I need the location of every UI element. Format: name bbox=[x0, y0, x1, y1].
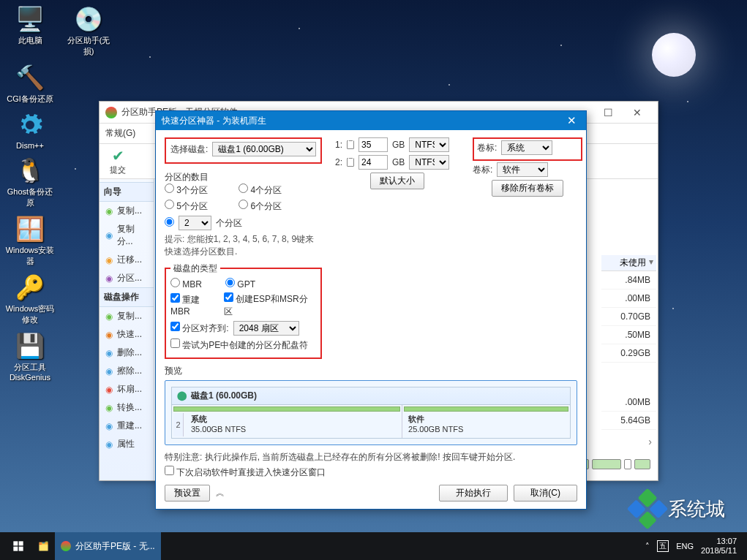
pc-icon: 🖥️ bbox=[15, 4, 45, 34]
lock-icon[interactable] bbox=[347, 158, 354, 167]
radio-mbr[interactable]: MBR bbox=[170, 278, 202, 290]
sort-icon[interactable]: ▾ bbox=[649, 257, 653, 269]
segment-system[interactable]: 2 系统35.00GB NTFS bbox=[172, 405, 402, 438]
preview-label: 预览 bbox=[165, 365, 577, 377]
window-icon: 🪟 bbox=[15, 214, 45, 243]
sidebar-item[interactable]: ◉重建... bbox=[100, 417, 154, 435]
fs-select-2[interactable]: NTFS bbox=[409, 155, 449, 170]
check-next-time[interactable]: 下次启动软件时直接进入快速分区窗口 bbox=[165, 467, 326, 477]
ime-lang[interactable]: ENG bbox=[676, 542, 694, 550]
preview-disk-header: ⬤ 磁盘1 (60.00GB) bbox=[171, 387, 571, 405]
sidebar-item[interactable]: ◉复制... bbox=[100, 202, 154, 220]
partition-count-group: 分区的数目 3个分区 4个分区 5个分区 6个分区 2 个分区 提示: 您能按1… bbox=[165, 168, 322, 258]
windows-icon bbox=[12, 540, 24, 552]
desktop-icon-diskgenius[interactable]: 💾分区工具DiskGenius bbox=[4, 331, 56, 382]
preview-segments: 2 系统35.00GB NTFS 软件 25.00GB NTFS bbox=[171, 405, 571, 439]
desktop-icon-ghost[interactable]: 🐧Ghost备份还原 bbox=[4, 156, 56, 208]
icon-label: CGI备份还原 bbox=[7, 94, 53, 105]
close-icon[interactable]: ✕ bbox=[563, 114, 580, 127]
sidebar-item[interactable]: ◉分区... bbox=[100, 269, 154, 287]
taskbar-explorer[interactable]: 🗂️ bbox=[32, 532, 55, 560]
sidebar-item[interactable]: ◉转换... bbox=[100, 398, 154, 417]
label-select-1[interactable]: 系统 bbox=[501, 140, 552, 155]
icon-label: Windows安装器 bbox=[4, 245, 56, 267]
radio-5[interactable]: 5个分区 bbox=[165, 200, 208, 213]
start-button[interactable]: 开始执行 bbox=[439, 485, 508, 502]
volume-label: 卷标: bbox=[473, 164, 492, 176]
desktop-icon-this-pc[interactable]: 🖥️此电脑 bbox=[4, 4, 56, 57]
icon-label: 分区助手(无损) bbox=[63, 35, 114, 57]
ime-indicator[interactable]: 五 bbox=[657, 540, 669, 552]
check-icon: ✔ bbox=[112, 147, 124, 164]
sidebar-item[interactable]: ◉迁移... bbox=[100, 251, 154, 269]
desktop-icon-password[interactable]: 🔑Windows密码修改 bbox=[4, 273, 56, 325]
system-tray[interactable]: ˄ 五 ENG 13:07 2018/5/11 bbox=[645, 537, 743, 556]
label-select-2[interactable]: 软件 bbox=[497, 162, 548, 177]
clock-time: 13:07 bbox=[701, 537, 737, 546]
chevron-right-icon[interactable]: › bbox=[601, 436, 656, 447]
size-input-2[interactable] bbox=[359, 155, 388, 170]
desktop-icon-cgi[interactable]: 🔨CGI备份还原 bbox=[4, 63, 56, 105]
desktop-icon-partition-assist[interactable]: 💿分区助手(无损) bbox=[63, 4, 114, 57]
maximize-button[interactable]: ☐ bbox=[593, 102, 623, 123]
cancel-button[interactable]: 取消(C) bbox=[514, 485, 577, 502]
radio-gpt[interactable]: GPT bbox=[225, 278, 255, 290]
quick-partition-dialog: 快速分区神器 - 为装机而生 ✕ 选择磁盘: 磁盘1 (60.00GB) 分区的… bbox=[155, 110, 587, 510]
lock-icon[interactable] bbox=[347, 140, 354, 149]
watermark-logo bbox=[627, 488, 669, 530]
check-rebuild-mbr[interactable]: 重建MBR bbox=[170, 293, 219, 317]
sidebar-item[interactable]: ◉删除... bbox=[100, 344, 154, 362]
taskbar-app[interactable]: 分区助手PE版 - 无... bbox=[55, 532, 161, 560]
desktop-icon-dism[interactable]: Dism++ bbox=[4, 110, 56, 150]
size-cell: 5.64GB bbox=[601, 412, 656, 430]
start-button[interactable] bbox=[4, 532, 32, 560]
highlight-disk-select: 选择磁盘: 磁盘1 (60.00GB) bbox=[165, 137, 322, 164]
toolbar-submit[interactable]: ✔提交 bbox=[105, 145, 130, 177]
check-pe-letter[interactable]: 尝试为PE中创建的分区分配盘符 bbox=[170, 338, 308, 352]
size-cell: .00MB bbox=[601, 393, 656, 412]
size-cell: 0.29GB bbox=[601, 344, 656, 363]
preset-button[interactable]: 预设置 bbox=[165, 485, 210, 502]
hint-text: 提示: 您能按1, 2, 3, 4, 5, 6, 7, 8, 9键来快速选择分区… bbox=[165, 233, 322, 258]
disk-icon: ⬤ bbox=[177, 390, 187, 401]
fs-select-1[interactable]: NTFS bbox=[409, 137, 449, 152]
sidebar-item[interactable]: ◉坏扇... bbox=[100, 380, 154, 398]
icon-label: Ghost备份还原 bbox=[4, 186, 56, 208]
radio-6[interactable]: 6个分区 bbox=[239, 200, 282, 213]
clock[interactable]: 13:07 2018/5/11 bbox=[701, 537, 737, 556]
remove-labels-button[interactable]: 移除所有卷标 bbox=[492, 180, 563, 197]
sidebar-item[interactable]: ◉复制分... bbox=[100, 220, 154, 251]
check-esp-msr[interactable]: 创建ESP和MSR分区 bbox=[224, 292, 316, 318]
svg-rect-0 bbox=[13, 541, 18, 545]
menu-general[interactable]: 常规(G) bbox=[105, 127, 135, 140]
taskbar[interactable]: 🗂️ 分区助手PE版 - 无... ˄ 五 ENG 13:07 2018/5/1… bbox=[0, 532, 747, 560]
size-input-1[interactable] bbox=[359, 137, 388, 152]
align-select[interactable]: 2048 扇区 bbox=[233, 321, 299, 336]
sidebar-section-diskops: 磁盘操作 bbox=[100, 287, 154, 307]
segment-software[interactable]: 软件 25.00GB NTFS bbox=[402, 405, 570, 438]
modal-titlebar[interactable]: 快速分区神器 - 为装机而生 ✕ bbox=[156, 111, 586, 130]
disk-type-group: 磁盘的类型 MBR GPT 重建MBR 创建ESP和MSR分区 分区对齐到: bbox=[165, 262, 322, 359]
desktop-icon-winsetup[interactable]: 🪟Windows安装器 bbox=[4, 214, 56, 267]
sidebar-item[interactable]: ◉快速... bbox=[100, 325, 154, 344]
chevron-up-icon[interactable]: ︽ bbox=[216, 487, 225, 499]
default-size-button[interactable]: 默认大小 bbox=[370, 173, 424, 189]
sidebar-item[interactable]: ◉属性 bbox=[100, 435, 154, 453]
custom-count-select[interactable]: 2 bbox=[179, 216, 211, 230]
hammer-icon: 🔨 bbox=[15, 63, 45, 92]
radio-custom[interactable] bbox=[165, 217, 174, 229]
app-icon bbox=[105, 107, 117, 118]
radio-3[interactable]: 3个分区 bbox=[165, 183, 208, 197]
disk-select[interactable]: 磁盘1 (60.00GB) bbox=[212, 142, 316, 156]
watermark: 系统城 bbox=[633, 494, 725, 523]
tray-up-icon[interactable]: ˄ bbox=[645, 542, 650, 551]
volume-label: 卷标: bbox=[477, 142, 497, 154]
sidebar-item[interactable]: ◉复制... bbox=[100, 307, 154, 325]
icon-label: Dism++ bbox=[16, 141, 44, 150]
moon-graphic bbox=[652, 33, 696, 77]
check-align[interactable]: 分区对齐到: bbox=[170, 322, 229, 335]
close-button[interactable]: ✕ bbox=[623, 102, 652, 123]
sidebar-item[interactable]: ◉擦除... bbox=[100, 362, 154, 380]
column-header-unused[interactable]: 未使用 ▾ bbox=[601, 255, 656, 271]
radio-4[interactable]: 4个分区 bbox=[239, 183, 282, 197]
